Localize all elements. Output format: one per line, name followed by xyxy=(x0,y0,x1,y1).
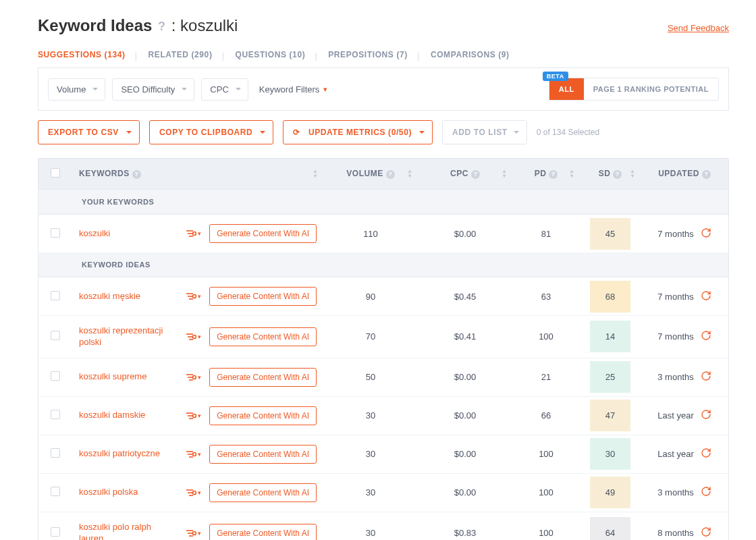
help-icon[interactable]: ? xyxy=(613,170,622,179)
generate-ai-button[interactable]: Generate Content With AI xyxy=(209,327,317,346)
tab-comparisons[interactable]: COMPARISONS (9) xyxy=(431,50,510,68)
select-all-checkbox[interactable] xyxy=(51,168,60,178)
cell-sd: 14 xyxy=(590,321,630,352)
svg-point-23 xyxy=(193,452,196,456)
sort-icon[interactable]: ▴▾ xyxy=(631,169,634,178)
generate-ai-button[interactable]: Generate Content With AI xyxy=(209,224,317,243)
cell-pd: 81 xyxy=(512,219,580,248)
row-filter-icon[interactable]: ▾ xyxy=(186,230,201,238)
chevron-down-icon: ▾ xyxy=(198,412,201,419)
chevron-down-icon: ▾ xyxy=(198,230,201,237)
col-keywords[interactable]: KEYWORDS? ▴▾ xyxy=(72,159,323,188)
cell-volume: 70 xyxy=(323,322,418,351)
view-all-tab[interactable]: ALL xyxy=(549,78,584,100)
cell-updated: 3 months xyxy=(657,487,693,497)
row-filter-icon[interactable]: ▾ xyxy=(186,450,201,458)
export-csv-button[interactable]: EXPORT TO CSV xyxy=(38,120,140,144)
cell-volume: 30 xyxy=(323,439,418,468)
keyword-link[interactable]: koszulki supreme xyxy=(79,371,146,383)
keyword-link[interactable]: koszulki xyxy=(79,228,110,240)
seo-difficulty-filter[interactable]: SEO Difficulty xyxy=(112,78,194,101)
row-filter-icon[interactable]: ▾ xyxy=(186,412,201,420)
copy-clipboard-button[interactable]: COPY TO CLIPBOARD xyxy=(149,120,273,144)
chevron-down-icon: ▾ xyxy=(198,530,201,537)
keyword-link[interactable]: koszulki męskie xyxy=(79,291,140,302)
help-icon[interactable]: ? xyxy=(158,20,165,33)
svg-point-7 xyxy=(193,295,196,298)
row-filter-icon[interactable]: ▾ xyxy=(186,333,201,341)
page-title: Keyword Ideas ? : koszulki xyxy=(38,16,238,35)
keyword-link[interactable]: koszulki patriotyczne xyxy=(79,448,160,460)
sort-icon[interactable]: ▴▾ xyxy=(314,169,317,178)
keyword-link[interactable]: koszulki damskie xyxy=(79,410,145,421)
chevron-down-icon: ▾ xyxy=(198,333,201,340)
keyword-filters-button[interactable]: Keyword Filters▾ xyxy=(259,84,328,94)
help-icon[interactable]: ? xyxy=(132,170,141,179)
view-potential-tab[interactable]: PAGE 1 RANKING POTENTIAL xyxy=(584,78,718,100)
svg-point-3 xyxy=(193,232,196,236)
row-checkbox[interactable] xyxy=(51,331,60,340)
refresh-row-icon[interactable] xyxy=(701,526,711,539)
row-filter-icon[interactable]: ▾ xyxy=(186,529,201,537)
cpc-filter[interactable]: CPC xyxy=(201,78,248,101)
chevron-down-icon: ▾ xyxy=(198,293,201,300)
generate-ai-button[interactable]: Generate Content With AI xyxy=(209,406,317,425)
help-icon[interactable]: ? xyxy=(386,170,395,179)
keyword-link[interactable]: koszulki polo ralph lauren xyxy=(79,522,178,540)
col-sd[interactable]: SD? ▴▾ xyxy=(580,159,641,188)
generate-ai-button[interactable]: Generate Content With AI xyxy=(209,483,317,502)
refresh-row-icon[interactable] xyxy=(701,409,711,422)
cell-pd: 100 xyxy=(512,322,580,351)
chevron-down-icon: ▾ xyxy=(198,451,201,458)
add-to-list-button[interactable]: ADD TO LIST xyxy=(442,120,527,144)
refresh-row-icon[interactable] xyxy=(701,486,711,499)
row-filter-icon[interactable]: ▾ xyxy=(186,373,201,381)
tab-related[interactable]: RELATED (290)| xyxy=(148,50,213,68)
row-checkbox[interactable] xyxy=(51,527,60,537)
keyword-link[interactable]: koszulki polska xyxy=(79,487,138,498)
keyword-link[interactable]: koszulki reprezentacji polski xyxy=(79,325,178,348)
refresh-row-icon[interactable] xyxy=(701,227,711,240)
generate-ai-button[interactable]: Generate Content With AI xyxy=(209,445,317,464)
cell-cpc: $0.41 xyxy=(418,322,512,351)
col-cpc[interactable]: CPC? ▴▾ xyxy=(418,159,512,188)
refresh-icon: ⟳ xyxy=(293,128,300,137)
update-metrics-button[interactable]: ⟳ UPDATE METRICS (0/50) xyxy=(283,120,433,144)
col-updated[interactable]: UPDATED? xyxy=(641,159,728,188)
section-your-keywords: YOUR KEYWORDS xyxy=(38,190,728,215)
row-checkbox[interactable] xyxy=(51,410,60,419)
generate-ai-button[interactable]: Generate Content With AI xyxy=(209,287,317,306)
cell-volume: 30 xyxy=(323,401,418,430)
volume-filter[interactable]: Volume xyxy=(48,78,105,101)
help-icon[interactable]: ? xyxy=(702,170,711,179)
cell-pd: 100 xyxy=(512,518,580,540)
row-checkbox[interactable] xyxy=(51,291,60,300)
refresh-row-icon[interactable] xyxy=(701,290,711,303)
row-checkbox[interactable] xyxy=(51,448,60,458)
col-pd[interactable]: PD? ▴▾ xyxy=(512,159,580,188)
row-filter-icon[interactable]: ▾ xyxy=(186,489,201,497)
tab-prepositions[interactable]: PREPOSITIONS (7)| xyxy=(328,50,408,68)
cell-sd: 25 xyxy=(590,361,630,393)
refresh-row-icon[interactable] xyxy=(701,371,711,383)
send-feedback-link[interactable]: Send Feedback xyxy=(668,23,729,33)
sort-icon[interactable]: ▴▾ xyxy=(570,169,574,178)
tab-questions[interactable]: QUESTIONS (10)| xyxy=(236,50,306,68)
refresh-row-icon[interactable] xyxy=(701,448,711,460)
tab-suggestions[interactable]: SUGGESTIONS (134)| xyxy=(38,50,126,68)
col-volume[interactable]: VOLUME? ▴▾ xyxy=(323,159,418,188)
sort-icon[interactable]: ▴▾ xyxy=(503,169,506,178)
cell-updated: Last year xyxy=(657,449,693,459)
row-filter-icon[interactable]: ▾ xyxy=(186,292,201,300)
refresh-row-icon[interactable] xyxy=(701,330,711,343)
help-icon[interactable]: ? xyxy=(471,170,480,179)
row-checkbox[interactable] xyxy=(51,487,60,496)
sort-icon[interactable]: ▴▾ xyxy=(408,169,412,178)
generate-ai-button[interactable]: Generate Content With AI xyxy=(209,368,317,387)
row-checkbox[interactable] xyxy=(51,228,60,238)
cell-sd: 45 xyxy=(590,218,630,250)
row-checkbox[interactable] xyxy=(51,371,60,381)
table-header: KEYWORDS? ▴▾ VOLUME? ▴▾ CPC? ▴▾ PD? ▴▾ S… xyxy=(38,159,728,190)
help-icon[interactable]: ? xyxy=(549,170,558,179)
generate-ai-button[interactable]: Generate Content With AI xyxy=(209,524,317,540)
